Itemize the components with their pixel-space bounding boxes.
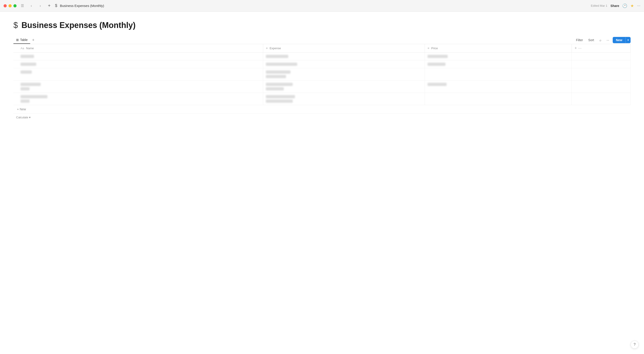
cell-price-2[interactable] (425, 68, 572, 81)
column-header-price[interactable]: ≡ Price (425, 44, 572, 53)
titlebar-right: Edited Mar 1 Share 🕐 ★ ··· (591, 3, 640, 8)
new-row-label: + New (17, 107, 26, 111)
more-options-button[interactable]: ··· (637, 3, 640, 8)
cell-price-0[interactable] (425, 53, 572, 60)
search-button[interactable]: ⌕ (598, 37, 603, 43)
edited-timestamp: Edited Mar 1 (591, 4, 607, 8)
back-button[interactable]: ‹ (28, 3, 34, 9)
cell-add-2 (572, 68, 630, 81)
table-header-row: Aa Name ≡ Expense ≡ Price + ··· (14, 44, 630, 53)
price-col-icon: ≡ (428, 47, 429, 50)
sort-button[interactable]: Sort (586, 37, 596, 43)
new-record-button[interactable]: New (613, 37, 626, 43)
cell-name-0[interactable] (14, 53, 263, 60)
calculate-button[interactable]: Calculate ▾ (14, 113, 630, 121)
page-icon: $ (14, 21, 18, 30)
column-options-button[interactable]: ··· (578, 46, 582, 51)
cell-price-4[interactable] (425, 93, 572, 105)
cell-price-3[interactable] (425, 81, 572, 93)
add-view-button[interactable]: + (30, 37, 36, 44)
table-row[interactable] (14, 53, 630, 60)
toolbar-right: Filter Sort ⌕ ··· New ▾ (574, 37, 630, 43)
page-title-row: $ Business Expenses (Monthly) (14, 21, 630, 30)
table-row[interactable] (14, 93, 630, 105)
new-row-button[interactable]: + New (14, 105, 630, 113)
sidebar-toggle-button[interactable]: ☰ (19, 3, 26, 9)
name-col-icon: Aa (20, 47, 24, 50)
share-button[interactable]: Share (610, 4, 619, 8)
main-content: $ Business Expenses (Monthly) ⊞ Table + … (0, 12, 644, 354)
add-column-button[interactable]: + (574, 46, 577, 51)
table-row[interactable] (14, 68, 630, 81)
expense-col-label: Expense (270, 47, 281, 50)
database-table: Aa Name ≡ Expense ≡ Price + ··· (14, 44, 630, 105)
cell-add-0 (572, 53, 630, 60)
cell-price-1[interactable] (425, 60, 572, 68)
expense-col-icon: ≡ (266, 47, 268, 50)
cell-add-3 (572, 81, 630, 93)
column-header-expense[interactable]: ≡ Expense (263, 44, 425, 53)
calculate-label: Calculate (16, 116, 28, 119)
tab-table[interactable]: ⊞ Table (14, 36, 30, 44)
column-header-name[interactable]: Aa Name (14, 44, 263, 53)
cell-name-2[interactable] (14, 68, 263, 81)
cell-expense-3[interactable] (263, 81, 425, 93)
favorite-button[interactable]: ★ (630, 3, 634, 8)
column-header-add: + ··· (572, 44, 630, 53)
more-table-options-button[interactable]: ··· (605, 37, 611, 43)
cell-expense-4[interactable] (263, 93, 425, 105)
add-page-button[interactable]: + (46, 3, 52, 9)
minimize-button[interactable] (8, 4, 12, 8)
fullscreen-button[interactable] (14, 4, 16, 8)
table-icon: ⊞ (16, 38, 19, 42)
cell-expense-0[interactable] (263, 53, 425, 60)
forward-button[interactable]: › (37, 3, 44, 9)
toolbar: ⊞ Table + Filter Sort ⌕ ··· New ▾ (14, 36, 630, 44)
new-record-dropdown-button[interactable]: ▾ (626, 37, 630, 43)
cell-name-4[interactable] (14, 93, 263, 105)
new-button-wrapper: New ▾ (613, 37, 630, 43)
price-col-label: Price (431, 47, 438, 50)
add-column-controls: + ··· (574, 46, 628, 51)
doc-title: Business Expenses (Monthly) (60, 4, 104, 8)
tab-table-label: Table (20, 38, 28, 42)
doc-type-icon: $ (55, 3, 57, 8)
titlebar: ☰ ‹ › + $ Business Expenses (Monthly) Ed… (0, 0, 644, 12)
calculate-chevron-icon: ▾ (29, 116, 31, 119)
cell-expense-1[interactable] (263, 60, 425, 68)
name-col-label: Name (26, 47, 34, 50)
cell-name-1[interactable] (14, 60, 263, 68)
filter-button[interactable]: Filter (574, 37, 585, 43)
close-button[interactable] (4, 4, 7, 8)
cell-name-3[interactable] (14, 81, 263, 93)
table-row[interactable] (14, 81, 630, 93)
traffic-lights (4, 4, 16, 8)
help-button[interactable]: ? (630, 340, 639, 349)
table-container: Aa Name ≡ Expense ≡ Price + ··· (14, 44, 630, 121)
cell-add-1 (572, 60, 630, 68)
page-title: Business Expenses (Monthly) (22, 21, 136, 30)
cell-expense-2[interactable] (263, 68, 425, 81)
history-button[interactable]: 🕐 (622, 3, 627, 8)
table-row[interactable] (14, 60, 630, 68)
cell-add-4 (572, 93, 630, 105)
